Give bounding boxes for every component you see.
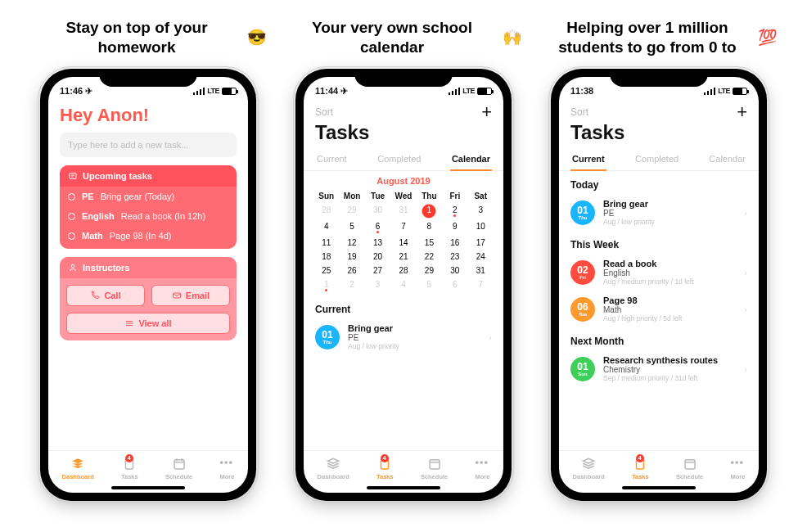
clock: 11:38 — [570, 86, 593, 96]
svg-point-1 — [71, 264, 74, 268]
date-badge: 01Thu — [315, 325, 340, 349]
task-item[interactable]: 06Tue Page 98MathAug / high priority / 5… — [559, 291, 759, 327]
person-icon — [68, 263, 78, 273]
tab-dashboard[interactable]: Dashboard — [62, 457, 94, 480]
task-row[interactable]: Math Page 98 (In 4d) — [60, 226, 237, 249]
tab-schedule[interactable]: Schedule — [676, 457, 703, 480]
task-row[interactable]: PE Bring gear (Today) — [60, 187, 237, 206]
battery-icon — [477, 88, 492, 95]
badge-count: 4 — [125, 454, 133, 462]
section-this-week: This Week — [559, 231, 759, 254]
chevron-right-icon: › — [744, 364, 747, 374]
badge-count: 4 — [381, 454, 389, 462]
notch — [610, 69, 708, 87]
phone-frame-2: 11:44 ✈︎ LTE Sort+ Tasks Current Complet… — [295, 69, 512, 501]
clock: 11:46 ✈︎ — [60, 86, 92, 97]
tab-dashboard[interactable]: Dashboard — [573, 457, 605, 480]
chevron-right-icon: › — [744, 268, 747, 277]
seg-completed[interactable]: Completed — [633, 149, 680, 170]
sort-button[interactable]: Sort — [315, 106, 333, 118]
checklist-icon — [68, 171, 78, 181]
hundred-emoji: 💯 — [758, 28, 778, 47]
sort-button[interactable]: Sort — [570, 106, 588, 118]
instructors-card: Instructors Call Email — [60, 257, 237, 340]
task-item[interactable]: 01Thu Bring gearPEAug / low priority › — [304, 318, 503, 355]
seg-completed[interactable]: Completed — [376, 149, 422, 170]
panel-2: Your very own school calendar🙌 11:44 ✈︎ … — [285, 16, 522, 501]
task-item[interactable]: 01Thu Bring gearPEAug / low priority › — [559, 194, 759, 231]
notch — [99, 69, 197, 87]
seg-current[interactable]: Current — [570, 149, 606, 171]
upcoming-header: Upcoming tasks — [60, 165, 237, 187]
sunglasses-emoji: 😎 — [247, 28, 267, 47]
tab-more[interactable]: •••More — [730, 457, 745, 480]
tab-tasks[interactable]: 4Tasks — [121, 457, 138, 480]
clock: 11:44 ✈︎ — [315, 86, 348, 97]
calendar-month: August 2019 — [313, 176, 494, 186]
chevron-right-icon: › — [744, 208, 747, 218]
svg-rect-0 — [70, 174, 76, 179]
tab-schedule[interactable]: Schedule — [165, 457, 192, 480]
section-next-month: Next Month — [559, 327, 759, 350]
tab-tasks[interactable]: 4Tasks — [376, 457, 394, 480]
svg-rect-6 — [430, 460, 440, 469]
svg-rect-8 — [685, 460, 695, 469]
new-task-input[interactable]: Type here to add a new task... — [60, 133, 237, 157]
add-button[interactable]: + — [737, 103, 747, 121]
stack-icon — [581, 457, 596, 471]
seg-calendar[interactable]: Calendar — [450, 149, 492, 171]
more-icon: ••• — [475, 457, 489, 471]
battery-icon — [222, 88, 237, 95]
tab-more[interactable]: •••More — [475, 457, 489, 480]
phone-frame-3: 11:38 LTE Sort+ Tasks Current Completed … — [551, 69, 767, 501]
tab-tasks[interactable]: 4Tasks — [632, 457, 649, 480]
app-store-screenshots: Stay on top of your homework😎 11:46 ✈︎ L… — [0, 0, 807, 517]
chevron-right-icon: › — [489, 332, 492, 342]
signal-icon — [193, 88, 205, 95]
instructors-header: Instructors — [60, 257, 237, 278]
home-indicator — [367, 486, 440, 489]
upcoming-tasks-card: Upcoming tasks PE Bring gear (Today) Eng… — [60, 165, 237, 249]
task-item[interactable]: 02Fri Read a bookEnglishAug / medium pri… — [559, 254, 759, 291]
task-row[interactable]: English Read a book (In 12h) — [60, 206, 237, 226]
chevron-right-icon: › — [744, 304, 747, 314]
phone-frame-1: 11:46 ✈︎ LTE Hey Anon! Type here to add … — [40, 69, 256, 501]
battery-icon — [733, 88, 747, 95]
seg-calendar[interactable]: Calendar — [707, 149, 747, 170]
section-current: Current — [304, 295, 503, 318]
call-button[interactable]: Call — [66, 285, 145, 306]
page-title: Tasks — [559, 121, 759, 149]
headline-2: Your very own school calendar🙌 — [285, 16, 522, 59]
greeting: Hey Anon! — [48, 101, 248, 133]
signal-icon — [704, 88, 715, 95]
page-title: Tasks — [304, 121, 503, 149]
date-badge: 01Sun — [570, 357, 595, 381]
view-all-button[interactable]: View all — [66, 313, 230, 334]
panel-3: Helping over 1 million students to go fr… — [540, 16, 778, 501]
list-icon — [124, 318, 134, 328]
calendar-icon — [172, 457, 187, 471]
date-badge: 02Fri — [570, 260, 595, 285]
signal-icon — [449, 88, 460, 95]
tab-dashboard[interactable]: Dashboard — [318, 457, 349, 480]
tab-schedule[interactable]: Schedule — [421, 457, 448, 480]
mail-icon — [172, 291, 182, 300]
radio-icon — [68, 213, 75, 220]
tab-more[interactable]: •••More — [219, 457, 234, 480]
phone-icon — [90, 291, 100, 300]
calendar-today[interactable]: 1 — [417, 203, 442, 219]
email-button[interactable]: Email — [151, 285, 230, 306]
seg-current[interactable]: Current — [315, 149, 349, 170]
more-icon: ••• — [730, 457, 745, 471]
segment-control: Current Completed Calendar — [559, 149, 759, 171]
task-item[interactable]: 01Sun Research synthesis routesChemistry… — [559, 350, 759, 387]
more-icon: ••• — [219, 457, 234, 471]
add-button[interactable]: + — [481, 103, 492, 121]
calendar-icon — [427, 457, 442, 471]
hands-emoji: 🙌 — [503, 28, 522, 47]
panel-1: Stay on top of your homework😎 11:46 ✈︎ L… — [29, 16, 267, 501]
segment-control: Current Completed Calendar — [304, 149, 503, 171]
notch — [354, 69, 453, 87]
calendar: August 2019 SunMonTueWedThuFriSat 282930… — [304, 171, 503, 295]
stack-icon — [70, 457, 85, 471]
